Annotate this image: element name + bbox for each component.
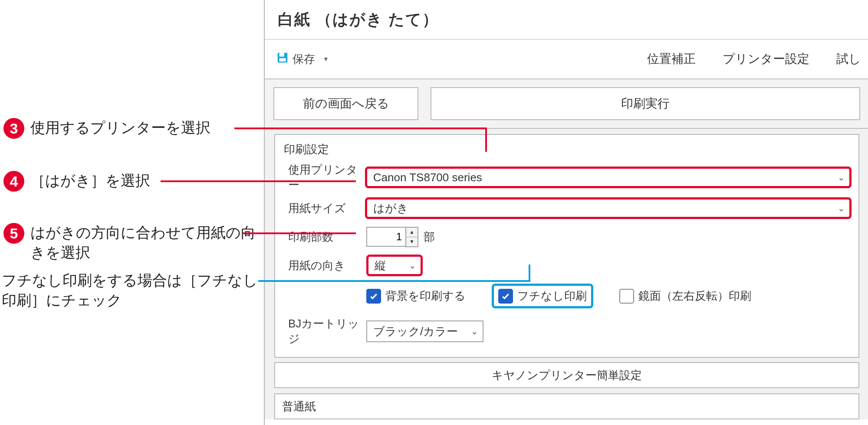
svg-rect-2: [279, 58, 286, 62]
save-button[interactable]: 保存 ▼: [276, 51, 329, 67]
orientation-row: 用紙の向き 縦 ⌄: [282, 252, 852, 278]
paper-size-select[interactable]: はがき ⌄: [365, 197, 852, 219]
window-title-bar: 白紙 （はがき たて）: [265, 0, 868, 39]
printer-value: Canon TS8700 series: [373, 171, 482, 184]
annotation-5: 5 はがきの方向に合わせて用紙の向きを選択: [0, 223, 260, 263]
cartridge-select[interactable]: ブラック/カラー ⌄: [366, 320, 483, 342]
copies-unit: 部: [424, 229, 435, 245]
cartridge-label: BJカートリッジ: [282, 316, 366, 347]
printer-label: 使用プリンター: [282, 162, 365, 193]
document-title: 白紙 （はがき たて）: [278, 9, 439, 30]
save-label: 保存: [293, 52, 315, 67]
cartridge-value: ブラック/カラー: [373, 324, 458, 339]
orientation-label: 用紙の向き: [282, 258, 366, 273]
borderless-checkbox[interactable]: フチなし印刷: [498, 288, 587, 304]
step-badge-3: 3: [3, 118, 24, 139]
app-window: 白紙 （はがき たて） 保存 ▼ 位置補正 プリンター設定 試し 前の画面へ戻る…: [264, 0, 868, 425]
borderless-highlight: フチなし印刷: [492, 284, 593, 308]
print-options-row: 背景を印刷する フチなし印刷: [282, 284, 852, 308]
print-background-label: 背景を印刷する: [385, 288, 466, 304]
copies-row: 印刷部数 ▲ ▼ 部: [282, 224, 852, 250]
annotation-borderless-text: フチなし印刷をする場合は［フチなし印刷］にチェック: [0, 271, 262, 311]
test-print-button-partial[interactable]: 試し: [825, 51, 861, 67]
annotation-3-text: 使用するプリンターを選択: [30, 118, 210, 138]
chevron-down-icon: ⌄: [838, 172, 845, 183]
borderless-label: フチなし印刷: [517, 288, 587, 304]
canon-easy-settings-header[interactable]: キヤノンプリンター簡単設定: [274, 362, 859, 388]
annotation-4-text: ［はがき］を選択: [30, 171, 150, 191]
print-execute-button[interactable]: 印刷実行: [431, 87, 860, 120]
position-correction-button[interactable]: 位置補正: [636, 51, 707, 67]
mirror-label: 鏡面（左右反転）印刷: [638, 288, 751, 304]
copies-stepper[interactable]: ▲ ▼: [366, 227, 418, 247]
print-background-checkbox[interactable]: 背景を印刷する: [366, 288, 466, 304]
annotation-4: 4 ［はがき］を選択: [0, 171, 150, 192]
print-settings-heading: 印刷設定: [284, 142, 852, 157]
step-badge-4: 4: [3, 171, 24, 192]
printer-settings-button[interactable]: プリンター設定: [711, 51, 821, 67]
checkbox-box: [366, 289, 381, 304]
paper-size-row: 用紙サイズ はがき ⌄: [282, 195, 852, 221]
paper-type-value[interactable]: 普通紙: [274, 393, 859, 419]
annotation-borderless: フチなし印刷をする場合は［フチなし印刷］にチェック: [0, 271, 262, 311]
toolbar: 保存 ▼ 位置補正 プリンター設定 試し: [265, 39, 868, 79]
print-settings-panel: 印刷設定 使用プリンター Canon TS8700 series ⌄ 用紙サイズ…: [265, 129, 868, 419]
chevron-down-icon: ⌄: [409, 260, 416, 271]
checkbox-box: [619, 289, 634, 304]
copies-input[interactable]: [366, 227, 405, 247]
stepper-down-icon[interactable]: ▼: [406, 237, 418, 246]
checkbox-box: [498, 289, 513, 304]
mirror-checkbox[interactable]: 鏡面（左右反転）印刷: [619, 288, 751, 304]
back-button[interactable]: 前の画面へ戻る: [273, 87, 418, 120]
stepper-up-icon[interactable]: ▲: [406, 228, 418, 237]
print-settings-group: 印刷設定 使用プリンター Canon TS8700 series ⌄ 用紙サイズ…: [274, 134, 859, 358]
annotation-5-text: はがきの方向に合わせて用紙の向きを選択: [30, 223, 260, 263]
chevron-down-icon: ⌄: [471, 326, 478, 337]
step-badge-5: 5: [3, 223, 24, 244]
printer-row: 使用プリンター Canon TS8700 series ⌄: [282, 162, 852, 193]
copies-label: 印刷部数: [282, 229, 366, 245]
printer-select[interactable]: Canon TS8700 series ⌄: [365, 167, 852, 188]
paper-size-value: はがき: [373, 201, 408, 216]
primary-button-row: 前の画面へ戻る 印刷実行: [265, 79, 868, 129]
orientation-value: 縦: [375, 258, 386, 273]
save-icon: [276, 51, 289, 67]
annotation-3: 3 使用するプリンターを選択: [0, 118, 210, 139]
dropdown-caret-icon[interactable]: ▼: [319, 56, 329, 62]
cartridge-row: BJカートリッジ ブラック/カラー ⌄: [282, 316, 852, 347]
orientation-select[interactable]: 縦 ⌄: [366, 255, 423, 276]
svg-rect-1: [279, 52, 284, 56]
paper-size-label: 用紙サイズ: [282, 201, 365, 216]
chevron-down-icon: ⌄: [838, 203, 845, 213]
